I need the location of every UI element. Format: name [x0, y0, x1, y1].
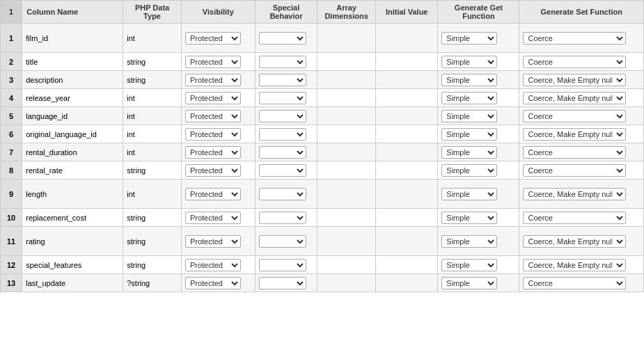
generate-get-cell[interactable]: SimpleNoneClone [438, 256, 519, 274]
generate-get-cell[interactable]: SimpleNoneClone [438, 53, 519, 71]
generate-set-select[interactable]: CoerceCoerce, Make Empty nullNoneClone [523, 110, 626, 122]
special-behavior-select[interactable]: SerializedJSON [259, 110, 306, 122]
generate-get-select[interactable]: SimpleNoneClone [441, 128, 497, 141]
special-behavior-cell[interactable]: SerializedJSON [255, 24, 317, 53]
special-behavior-select[interactable]: SerializedJSON [259, 146, 306, 159]
generate-set-select[interactable]: CoerceCoerce, Make Empty nullNoneClone [523, 212, 626, 224]
special-behavior-cell[interactable]: SerializedJSON [255, 209, 317, 227]
generate-set-cell[interactable]: CoerceCoerce, Make Empty nullNoneClone [519, 161, 644, 180]
special-behavior-select[interactable]: SerializedJSON [259, 277, 306, 289]
generate-get-select[interactable]: SimpleNoneClone [441, 164, 497, 177]
special-behavior-select[interactable]: SerializedJSON [259, 164, 306, 177]
generate-set-cell[interactable]: CoerceCoerce, Make Empty nullNoneClone [519, 180, 644, 209]
special-behavior-select[interactable]: SerializedJSON [259, 92, 306, 104]
special-behavior-cell[interactable]: SerializedJSON [255, 53, 317, 71]
visibility-cell[interactable]: ProtectedPublicPrivate [181, 180, 255, 209]
generate-get-cell[interactable]: SimpleNoneClone [438, 161, 519, 180]
generate-get-cell[interactable]: SimpleNoneClone [438, 274, 519, 292]
generate-set-cell[interactable]: CoerceCoerce, Make Empty nullNoneClone [519, 24, 644, 53]
special-behavior-select[interactable]: SerializedJSON [259, 259, 306, 271]
generate-set-select[interactable]: CoerceCoerce, Make Empty nullNoneClone [523, 146, 626, 159]
visibility-cell[interactable]: ProtectedPublicPrivate [181, 161, 255, 180]
visibility-select[interactable]: ProtectedPublicPrivate [185, 164, 241, 177]
visibility-select[interactable]: ProtectedPublicPrivate [185, 235, 241, 248]
special-behavior-cell[interactable]: SerializedJSON [255, 274, 317, 292]
visibility-cell[interactable]: ProtectedPublicPrivate [181, 256, 255, 274]
generate-get-select[interactable]: SimpleNoneClone [441, 188, 497, 200]
visibility-select[interactable]: ProtectedPublicPrivate [185, 259, 241, 271]
generate-set-cell[interactable]: CoerceCoerce, Make Empty nullNoneClone [519, 209, 644, 227]
visibility-cell[interactable]: ProtectedPublicPrivate [181, 143, 255, 161]
generate-get-cell[interactable]: SimpleNoneClone [438, 71, 519, 89]
generate-set-select[interactable]: CoerceCoerce, Make Empty nullNoneClone [523, 188, 626, 200]
visibility-select[interactable]: ProtectedPublicPrivate [185, 277, 241, 289]
visibility-cell[interactable]: ProtectedPublicPrivate [181, 53, 255, 71]
generate-get-select[interactable]: SimpleNoneClone [441, 277, 497, 289]
visibility-select[interactable]: ProtectedPublicPrivate [185, 110, 241, 122]
generate-get-cell[interactable]: SimpleNoneClone [438, 227, 519, 256]
generate-set-cell[interactable]: CoerceCoerce, Make Empty nullNoneClone [519, 256, 644, 274]
generate-set-select[interactable]: CoerceCoerce, Make Empty nullNoneClone [523, 128, 626, 141]
generate-set-cell[interactable]: CoerceCoerce, Make Empty nullNoneClone [519, 143, 644, 161]
generate-get-select[interactable]: SimpleNoneClone [441, 235, 497, 248]
generate-set-cell[interactable]: CoerceCoerce, Make Empty nullNoneClone [519, 274, 644, 292]
generate-set-select[interactable]: CoerceCoerce, Make Empty nullNoneClone [523, 74, 626, 86]
generate-get-cell[interactable]: SimpleNoneClone [438, 89, 519, 107]
visibility-select[interactable]: ProtectedPublicPrivate [185, 128, 241, 141]
visibility-cell[interactable]: ProtectedPublicPrivate [181, 209, 255, 227]
generate-get-select[interactable]: SimpleNoneClone [441, 74, 497, 86]
special-behavior-select[interactable]: SerializedJSON [259, 32, 306, 45]
generate-get-cell[interactable]: SimpleNoneClone [438, 143, 519, 161]
visibility-select[interactable]: ProtectedPublicPrivate [185, 212, 241, 224]
generate-set-select[interactable]: CoerceCoerce, Make Empty nullNoneClone [523, 164, 626, 177]
generate-set-cell[interactable]: CoerceCoerce, Make Empty nullNoneClone [519, 53, 644, 71]
visibility-cell[interactable]: ProtectedPublicPrivate [181, 89, 255, 107]
special-behavior-cell[interactable]: SerializedJSON [255, 180, 317, 209]
generate-set-select[interactable]: CoerceCoerce, Make Empty nullNoneClone [523, 277, 626, 289]
generate-get-select[interactable]: SimpleNoneClone [441, 146, 497, 159]
visibility-select[interactable]: ProtectedPublicPrivate [185, 32, 241, 45]
special-behavior-cell[interactable]: SerializedJSON [255, 256, 317, 274]
special-behavior-cell[interactable]: SerializedJSON [255, 107, 317, 125]
special-behavior-select[interactable]: SerializedJSON [259, 212, 306, 224]
visibility-select[interactable]: ProtectedPublicPrivate [185, 188, 241, 200]
special-behavior-select[interactable]: SerializedJSON [259, 74, 306, 86]
generate-get-cell[interactable]: SimpleNoneClone [438, 180, 519, 209]
visibility-select[interactable]: ProtectedPublicPrivate [185, 74, 241, 86]
visibility-cell[interactable]: ProtectedPublicPrivate [181, 227, 255, 256]
generate-set-cell[interactable]: CoerceCoerce, Make Empty nullNoneClone [519, 125, 644, 143]
generate-set-select[interactable]: CoerceCoerce, Make Empty nullNoneClone [523, 235, 626, 248]
special-behavior-cell[interactable]: SerializedJSON [255, 71, 317, 89]
special-behavior-cell[interactable]: SerializedJSON [255, 161, 317, 180]
generate-get-select[interactable]: SimpleNoneClone [441, 110, 497, 122]
generate-get-cell[interactable]: SimpleNoneClone [438, 107, 519, 125]
generate-get-select[interactable]: SimpleNoneClone [441, 259, 497, 271]
generate-set-cell[interactable]: CoerceCoerce, Make Empty nullNoneClone [519, 107, 644, 125]
generate-set-cell[interactable]: CoerceCoerce, Make Empty nullNoneClone [519, 71, 644, 89]
special-behavior-select[interactable]: SerializedJSON [259, 128, 306, 141]
generate-set-select[interactable]: CoerceCoerce, Make Empty nullNoneClone [523, 32, 626, 45]
generate-get-cell[interactable]: SimpleNoneClone [438, 209, 519, 227]
generate-set-select[interactable]: CoerceCoerce, Make Empty nullNoneClone [523, 56, 626, 68]
special-behavior-select[interactable]: SerializedJSON [259, 188, 306, 200]
special-behavior-cell[interactable]: SerializedJSON [255, 143, 317, 161]
visibility-cell[interactable]: ProtectedPublicPrivate [181, 107, 255, 125]
generate-get-select[interactable]: SimpleNoneClone [441, 56, 497, 68]
generate-set-select[interactable]: CoerceCoerce, Make Empty nullNoneClone [523, 259, 626, 271]
generate-get-select[interactable]: SimpleNoneClone [441, 212, 497, 224]
special-behavior-select[interactable]: SerializedJSON [259, 235, 306, 248]
generate-set-cell[interactable]: CoerceCoerce, Make Empty nullNoneClone [519, 89, 644, 107]
generate-get-select[interactable]: SimpleNoneClone [441, 32, 497, 45]
visibility-cell[interactable]: ProtectedPublicPrivate [181, 71, 255, 89]
generate-get-cell[interactable]: SimpleNoneClone [438, 125, 519, 143]
visibility-cell[interactable]: ProtectedPublicPrivate [181, 24, 255, 53]
visibility-cell[interactable]: ProtectedPublicPrivate [181, 274, 255, 292]
special-behavior-cell[interactable]: SerializedJSON [255, 125, 317, 143]
visibility-select[interactable]: ProtectedPublicPrivate [185, 56, 241, 68]
special-behavior-cell[interactable]: SerializedJSON [255, 227, 317, 256]
generate-get-cell[interactable]: SimpleNoneClone [438, 24, 519, 53]
generate-set-select[interactable]: CoerceCoerce, Make Empty nullNoneClone [523, 92, 626, 104]
special-behavior-select[interactable]: SerializedJSON [259, 56, 306, 68]
visibility-select[interactable]: ProtectedPublicPrivate [185, 146, 241, 159]
generate-set-cell[interactable]: CoerceCoerce, Make Empty nullNoneClone [519, 227, 644, 256]
